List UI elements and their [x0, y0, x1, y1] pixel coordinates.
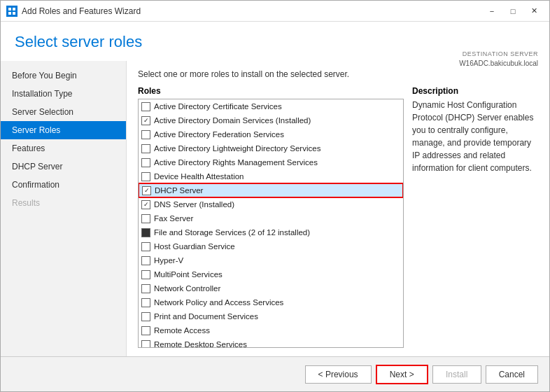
- role-item-ad-cs[interactable]: Active Directory Certificate Services: [139, 99, 403, 113]
- roles-list[interactable]: Active Directory Certificate ServicesAct…: [138, 99, 404, 348]
- roles-column: Roles Active Directory Certificate Servi…: [138, 86, 404, 348]
- role-label-fax: Fax Server: [154, 214, 193, 223]
- columns: Roles Active Directory Certificate Servi…: [138, 86, 538, 348]
- role-label-ad-fs: Active Directory Federation Services: [154, 130, 284, 139]
- titlebar-controls: − □ ✕: [482, 4, 544, 19]
- checkbox-print-doc[interactable]: [141, 312, 150, 321]
- checkbox-ad-lds[interactable]: [141, 144, 150, 153]
- role-label-remote-access: Remote Access: [154, 326, 210, 335]
- sidebar-item-dhcp-server[interactable]: DHCP Server: [1, 158, 126, 176]
- svg-rect-1: [13, 8, 15, 10]
- role-label-multipoint: MultiPoint Services: [154, 270, 223, 279]
- role-item-print-doc[interactable]: Print and Document Services: [139, 309, 403, 323]
- app-icon: [6, 6, 17, 17]
- checkbox-network-controller[interactable]: [141, 284, 150, 293]
- role-label-rds: Remote Desktop Services: [154, 340, 247, 348]
- titlebar-left: Add Roles and Features Wizard: [6, 6, 141, 17]
- checkbox-fax[interactable]: [141, 214, 150, 223]
- sidebar-item-server-roles[interactable]: Server Roles: [1, 121, 126, 139]
- sidebar-item-features[interactable]: Features: [1, 139, 126, 158]
- main-area: Before You Begin Installation Type Serve…: [1, 61, 549, 356]
- role-label-ad-lds: Active Directory Lightweight Directory S…: [154, 144, 320, 153]
- footer: < Previous Next > Install Cancel: [1, 356, 549, 391]
- role-item-npas[interactable]: Network Policy and Access Services: [139, 295, 403, 309]
- role-label-hyper-v: Hyper-V: [154, 256, 183, 265]
- sidebar-item-installation-type[interactable]: Installation Type: [1, 85, 126, 103]
- sidebar: Before You Begin Installation Type Serve…: [1, 61, 127, 356]
- minimize-button[interactable]: −: [482, 4, 502, 19]
- instruction-text: Select one or more roles to install on t…: [138, 69, 538, 79]
- checkbox-ad-cs[interactable]: [141, 102, 150, 111]
- role-item-remote-access[interactable]: Remote Access: [139, 323, 403, 337]
- dest-server-label: DESTINATION SERVER: [459, 50, 538, 59]
- description-column: Description Dynamic Host Configuration P…: [412, 86, 538, 348]
- role-item-rds[interactable]: Remote Desktop Services: [139, 337, 403, 348]
- checkbox-hyper-v[interactable]: [141, 256, 150, 265]
- role-label-print-doc: Print and Document Services: [154, 312, 258, 321]
- titlebar-title: Add Roles and Features Wizard: [22, 6, 141, 16]
- svg-rect-3: [13, 12, 15, 15]
- sidebar-item-before-you-begin[interactable]: Before You Begin: [1, 66, 126, 85]
- role-label-dns: DNS Server (Installed): [154, 200, 234, 209]
- role-label-ad-cs: Active Directory Certificate Services: [154, 102, 282, 111]
- checkbox-ad-ds[interactable]: [141, 116, 150, 125]
- wizard-window: Add Roles and Features Wizard − □ ✕ DEST…: [0, 0, 550, 392]
- description-text: Dynamic Host Configuration Protocol (DHC…: [412, 99, 538, 174]
- checkbox-npas[interactable]: [141, 298, 150, 307]
- role-item-ad-lds[interactable]: Active Directory Lightweight Directory S…: [139, 141, 403, 155]
- roles-column-header: Roles: [138, 86, 404, 96]
- role-item-fax[interactable]: Fax Server: [139, 211, 403, 225]
- install-button[interactable]: Install: [432, 365, 481, 384]
- role-item-file-storage[interactable]: File and Storage Services (2 of 12 insta…: [139, 225, 403, 239]
- role-item-multipoint[interactable]: MultiPoint Services: [139, 267, 403, 281]
- role-label-ad-ds: Active Directory Domain Services (Instal…: [154, 116, 311, 125]
- role-item-network-controller[interactable]: Network Controller: [139, 281, 403, 295]
- content-area: DESTINATION SERVER W16ADC.bakicubuk.loca…: [1, 22, 549, 356]
- sidebar-item-results: Results: [1, 194, 126, 212]
- role-item-device-health[interactable]: Device Health Attestation: [139, 169, 403, 183]
- titlebar: Add Roles and Features Wizard − □ ✕: [1, 1, 549, 22]
- role-item-hyper-v[interactable]: Hyper-V: [139, 253, 403, 267]
- sidebar-item-server-selection[interactable]: Server Selection: [1, 103, 126, 121]
- role-item-ad-rms[interactable]: Active Directory Rights Management Servi…: [139, 155, 403, 169]
- role-label-device-health: Device Health Attestation: [154, 172, 244, 181]
- checkbox-remote-access[interactable]: [141, 326, 150, 335]
- role-item-ad-ds[interactable]: Active Directory Domain Services (Instal…: [139, 113, 403, 127]
- description-header: Description: [412, 86, 538, 96]
- svg-rect-0: [8, 8, 11, 10]
- right-panel: Select one or more roles to install on t…: [127, 61, 549, 356]
- role-item-ad-fs[interactable]: Active Directory Federation Services: [139, 127, 403, 141]
- close-button[interactable]: ✕: [524, 4, 544, 19]
- page-title: Select server roles: [15, 33, 535, 51]
- checkbox-dhcp[interactable]: [142, 186, 151, 195]
- svg-rect-2: [8, 12, 11, 15]
- next-button[interactable]: Next >: [376, 365, 428, 384]
- role-label-host-guardian: Host Guardian Service: [154, 242, 235, 251]
- role-item-host-guardian[interactable]: Host Guardian Service: [139, 239, 403, 253]
- checkbox-host-guardian[interactable]: [141, 242, 150, 251]
- checkbox-device-health[interactable]: [141, 172, 150, 181]
- role-item-dns[interactable]: DNS Server (Installed): [139, 197, 403, 211]
- previous-button[interactable]: < Previous: [305, 365, 372, 384]
- role-label-npas: Network Policy and Access Services: [154, 298, 283, 307]
- checkbox-ad-rms[interactable]: [141, 158, 150, 167]
- sidebar-item-confirmation[interactable]: Confirmation: [1, 176, 126, 194]
- role-label-ad-rms: Active Directory Rights Management Servi…: [154, 158, 318, 167]
- checkbox-file-storage[interactable]: [141, 228, 150, 237]
- cancel-button[interactable]: Cancel: [486, 365, 538, 384]
- role-label-file-storage: File and Storage Services (2 of 12 insta…: [154, 228, 310, 237]
- role-label-network-controller: Network Controller: [154, 284, 220, 293]
- checkbox-ad-fs[interactable]: [141, 130, 150, 139]
- role-label-dhcp: DHCP Server: [155, 186, 203, 195]
- checkbox-dns[interactable]: [141, 200, 150, 209]
- maximize-button[interactable]: □: [503, 4, 523, 19]
- checkbox-multipoint[interactable]: [141, 270, 150, 279]
- role-item-dhcp[interactable]: DHCP Server: [139, 183, 403, 197]
- checkbox-rds[interactable]: [141, 340, 150, 349]
